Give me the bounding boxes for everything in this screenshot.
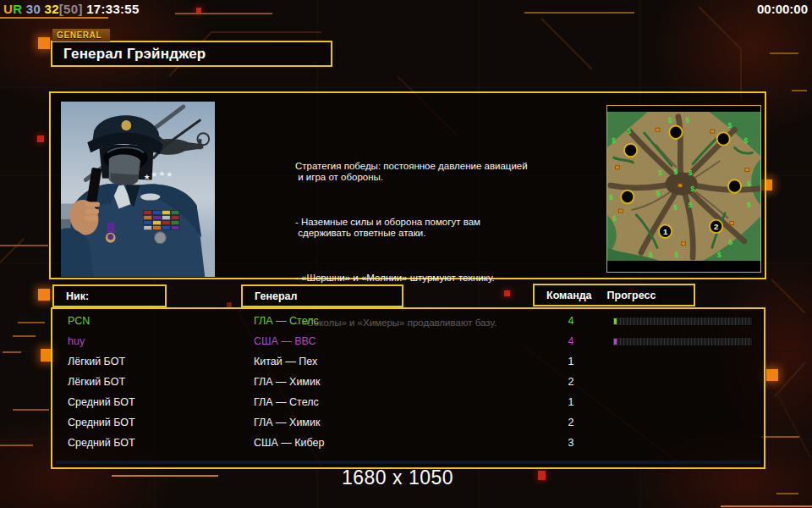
decor-square [538, 471, 546, 480]
player-team: 4 [560, 331, 582, 351]
supply-icon: $ [612, 136, 616, 145]
strategy-paragraph: - Наземные силы и оборона помогут вам сд… [295, 217, 593, 239]
decor-line [0, 245, 48, 246]
player-team: 2 [560, 412, 582, 433]
column-header-nick: Ник: [52, 284, 167, 307]
fps-label-u: U [3, 2, 13, 16]
decor-square [38, 37, 50, 49]
supply-icon: $ [612, 214, 617, 223]
player-row: Лёгкий БОТ ГЛА — Химик 2 [52, 372, 764, 392]
player-general: ГЛА — Стелс [254, 311, 319, 331]
player-roster: PCN ГЛА — Стелс 4 huy США — ВВС 4 Лёгкий… [51, 307, 765, 469]
supply-icon: $ [686, 116, 690, 124]
scrollbar-track [56, 461, 760, 464]
fps-cap: [50] [59, 2, 83, 16]
player-general: Китай — Пех [254, 351, 317, 372]
player-nick: Средний БОТ [68, 433, 135, 453]
map-resolution-label: 1680 x 1050 [342, 467, 453, 489]
start-position-label: 1 [663, 227, 668, 236]
supply-icon: $ [689, 168, 693, 177]
player-nick: huy [68, 331, 85, 351]
decor-line [770, 52, 798, 54]
match-timer: 00:00:00 [757, 2, 808, 16]
decor-square [766, 369, 778, 381]
fps-label-r: R [13, 2, 22, 16]
supply-icon: $ [691, 185, 695, 193]
strategy-paragraph: Стратегия победы: постоянное давление ав… [295, 161, 593, 183]
player-row: huy США — ВВС 4 [52, 331, 764, 351]
player-nick: Лёгкий БОТ [68, 372, 125, 392]
system-clock: 17:33:55 [86, 2, 139, 16]
supply-icon: $ [717, 251, 721, 259]
column-header-team-progress: КомандаПрогресс [533, 284, 695, 306]
supply-icon: $ [727, 121, 732, 130]
supply-icon: $ [728, 238, 732, 246]
supply-icon: $ [675, 251, 679, 259]
tab-general: GENERAL [52, 29, 110, 41]
player-row: Лёгкий БОТ Китай — Пех 1 [52, 351, 764, 372]
general-portrait: ★★★★ [61, 102, 215, 277]
player-row: Средний БОТ ГЛА — Химик 2 [52, 412, 764, 433]
player-team: 4 [560, 311, 582, 331]
supply-icon: $ [674, 203, 678, 212]
svg-text:★: ★ [151, 170, 158, 179]
player-nick: Средний БОТ [68, 392, 135, 412]
decor-square [37, 135, 44, 142]
player-general: США — ВВС [254, 331, 316, 351]
player-team: 2 [560, 372, 582, 392]
supply-icon: $ [743, 136, 748, 145]
decor-square [38, 289, 50, 301]
fps-current: 32 [45, 2, 59, 16]
supply-icon: $ [668, 116, 672, 124]
supply-icon: $ [656, 189, 661, 197]
supply-icon: $ [674, 168, 678, 176]
player-row: Средний БОТ США — Кибер 3 [52, 433, 764, 453]
column-header-general: Генерал [241, 284, 403, 307]
player-general: ГЛА — Химик [254, 412, 320, 433]
supply-icon: $ [627, 127, 631, 135]
general-title-box: Генерал Грэйнджер [51, 41, 332, 67]
player-general: ГЛА — Химик [254, 372, 320, 392]
supply-icon: $ [658, 168, 662, 177]
top-status-bar: UR 30 32[50] 17:33:55 00:00:00 [0, 0, 812, 24]
supply-icon: $ [609, 193, 613, 202]
column-header-progress: Прогресс [607, 290, 656, 301]
decor-line [776, 493, 798, 494]
decor-line [792, 90, 807, 91]
load-progress-bar [612, 337, 753, 346]
strategy-paragraph: - «Шершни» и «Молнии» штурмуют технику. [295, 273, 593, 284]
loading-screen: UR 30 32[50] 17:33:55 00:00:00 GENERAL Г… [0, 0, 812, 508]
svg-text:★: ★ [144, 173, 151, 181]
general-name: Генерал Грэйнджер [63, 46, 331, 63]
fps-counter: UR 30 32[50] 17:33:55 [3, 2, 140, 16]
player-team: 1 [560, 392, 582, 412]
start-position-label: 2 [714, 222, 718, 231]
svg-text:★: ★ [158, 169, 165, 178]
decor-line [721, 505, 812, 507]
decor-line [13, 409, 49, 411]
column-header-team: Команда [546, 290, 592, 301]
player-team: 1 [560, 351, 582, 372]
supply-icon: $ [649, 251, 653, 259]
supply-icon: $ [747, 201, 751, 209]
decor-line [13, 335, 36, 337]
player-nick: Лёгкий БОТ [68, 351, 125, 372]
player-team: 3 [560, 433, 582, 453]
fps-value: 30 [26, 2, 41, 16]
supply-icon: $ [689, 201, 693, 209]
decor-line [761, 436, 799, 438]
player-general: ГЛА — Стелс [254, 392, 319, 412]
decor-line [3, 351, 21, 353]
player-nick: PCN [68, 311, 90, 331]
minimap-image: 1 2 $ $ $ $ $ $ $ $ $ $ $ $ $ $ [606, 105, 761, 273]
decor-line [0, 444, 33, 446]
supply-icon: $ [747, 179, 751, 188]
player-general: США — Кибер [254, 433, 324, 453]
player-row: Средний БОТ ГЛА — Стелс 1 [52, 392, 764, 412]
player-row: PCN ГЛА — Стелс 4 [52, 311, 764, 331]
decor-line [112, 475, 218, 477]
player-nick: Средний БОТ [68, 412, 135, 433]
general-info-panel: ★★★★ [49, 91, 766, 279]
load-progress-bar [612, 317, 753, 326]
decor-line [18, 322, 45, 323]
